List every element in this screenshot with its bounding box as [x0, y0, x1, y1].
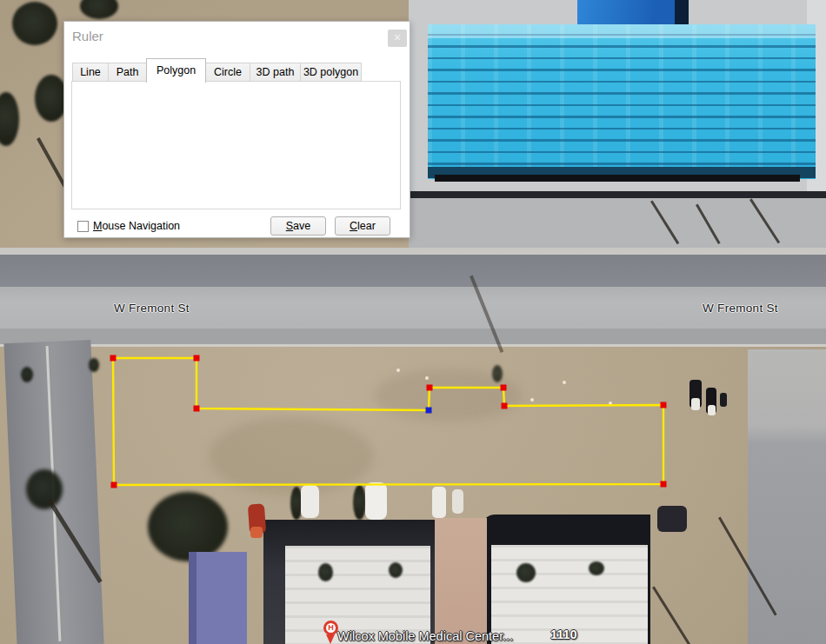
polygon-vertex[interactable]: [194, 355, 200, 362]
tab-3d-path[interactable]: 3D path: [250, 63, 301, 82]
address-label: 1110: [550, 627, 577, 641]
polygon-vertex[interactable]: [111, 482, 117, 488]
close-icon[interactable]: ×: [388, 30, 407, 47]
mouse-navigation-checkbox[interactable]: [77, 221, 89, 232]
clear-button[interactable]: Clear: [335, 216, 390, 236]
save-button[interactable]: Save: [270, 216, 326, 236]
mouse-navigation-label: Mouse Navigation: [93, 219, 180, 234]
place-label[interactable]: Wilcox Mobile Medical Center...: [337, 629, 513, 643]
polygon-vertex[interactable]: [427, 385, 433, 391]
place-pin[interactable]: H: [323, 621, 338, 644]
tab-line[interactable]: Line: [72, 63, 109, 82]
polygon-vertex[interactable]: [661, 402, 667, 408]
street-label-left: W Fremont St: [114, 302, 190, 315]
tab-3d-polygon[interactable]: 3D polygon: [300, 63, 362, 82]
ruler-tabbar: Line Path Polygon Circle 3D path 3D poly…: [72, 57, 361, 82]
tab-path[interactable]: Path: [108, 63, 147, 82]
google-earth-viewport: W Fremont St W Fremont St H Wilcox Mobil…: [0, 0, 826, 644]
ruler-dialog: Ruler × Line Path Polygon Circle 3D path…: [63, 21, 410, 238]
polygon-vertex[interactable]: [194, 406, 200, 412]
hospital-pin-icon: H: [323, 621, 338, 635]
dialog-title: Ruler: [72, 29, 103, 43]
tab-polygon[interactable]: Polygon: [146, 58, 206, 83]
tab-content-panel: [71, 81, 401, 209]
street-label-right: W Fremont St: [703, 302, 778, 315]
tab-circle[interactable]: Circle: [205, 63, 250, 82]
pin-point-icon: [326, 634, 335, 644]
polygon-vertex[interactable]: [110, 355, 117, 362]
polygon-vertex[interactable]: [501, 385, 507, 391]
polygon-vertex-selected[interactable]: [426, 408, 432, 414]
polygon-vertex[interactable]: [661, 481, 667, 488]
polygon-vertex[interactable]: [502, 403, 508, 409]
